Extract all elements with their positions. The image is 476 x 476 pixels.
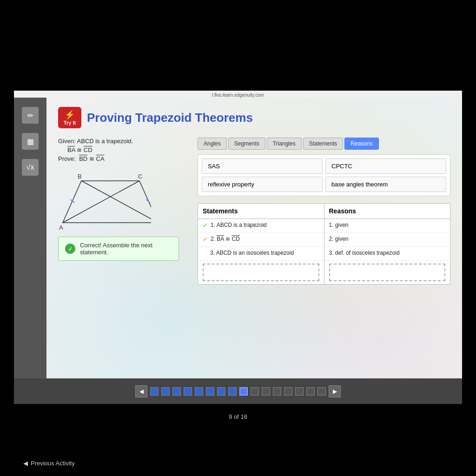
tile-reflexive[interactable]: reflexive property [202, 177, 323, 192]
prev-arrow-icon: ◀ [23, 460, 28, 467]
nav-dot-4[interactable] [184, 387, 192, 396]
sqrt-icon[interactable]: √x [22, 159, 39, 176]
proof-row-2-statement: ✓ 2. BA ≅ CD [198, 233, 324, 247]
prove-line: Prove: BD ≅ CA [58, 155, 188, 162]
nav-dot-7[interactable] [217, 387, 225, 396]
statement-3: 3. ABCD is an isosceles trapezoid [203, 250, 294, 256]
pencil-icon[interactable]: ✏ [22, 107, 39, 124]
page-title: Proving Trapezoid Theorems [87, 111, 253, 125]
svg-marker-0 [63, 181, 151, 223]
svg-text:B: B [78, 173, 82, 180]
tab-segments[interactable]: Segments [228, 138, 265, 150]
svg-text:A: A [59, 224, 63, 231]
nav-dot-9[interactable] [239, 387, 248, 396]
nav-dot-11[interactable] [262, 387, 270, 396]
tile-sas[interactable]: SAS [202, 159, 323, 174]
tab-statements[interactable]: Statements [303, 138, 344, 150]
nav-dot-15[interactable] [306, 387, 315, 396]
nav-dot-8[interactable] [228, 387, 237, 396]
svg-text:C: C [138, 173, 142, 180]
geometry-diagram: B C A D [58, 169, 151, 230]
nav-dot-2[interactable] [161, 387, 170, 396]
proof-row-1-reason: 1. given [324, 219, 450, 233]
try-it-badge: ⚡ Try It [58, 107, 81, 128]
sidebar: ✏ ▦ √x [14, 98, 46, 404]
proof-table: Statements ✓ 1. ABCD is a trapezoid ✓ 2.… [198, 203, 450, 284]
reason-3: 3. def. of isosceles trapezoid [329, 250, 400, 256]
nav-dot-6[interactable] [206, 387, 214, 396]
trapezoid-svg: B C A D [58, 169, 151, 234]
reason-1: 1. given [329, 222, 349, 228]
proof-row-3-reason: 3. def. of isosceles trapezoid [324, 247, 450, 261]
given-equation: BA ≅ CD [67, 146, 93, 153]
nav-dot-16[interactable] [317, 387, 326, 396]
proof-row-1-statement: ✓ 1. ABCD is a trapezoid [198, 219, 324, 233]
nav-dot-12[interactable] [273, 387, 281, 396]
given-eq-line: BA ≅ CD [58, 146, 188, 153]
given-line: Given: ABCD is a trapezoid. [58, 138, 188, 145]
nav-dot-5[interactable] [195, 387, 203, 396]
svg-line-3 [70, 199, 74, 203]
lightning-icon: ⚡ [65, 110, 75, 120]
proof-row-3-statement: 3. ABCD is an isosceles trapezoid [198, 247, 324, 261]
nav-dot-1[interactable] [150, 387, 159, 396]
tab-angles[interactable]: Angles [198, 138, 227, 150]
left-column: Given: ABCD is a trapezoid. BA ≅ CD Prov… [58, 138, 188, 284]
nav-dot-14[interactable] [295, 387, 304, 396]
tab-triangles[interactable]: Triangles [267, 138, 302, 150]
reason-2: 2. given [329, 236, 349, 242]
bottom-nav: ◀ ▶ [14, 378, 462, 404]
nav-prev-arrow[interactable]: ◀ [135, 385, 147, 397]
prove-equation: BD ≅ CA [79, 155, 104, 162]
answer-tiles: SAS CPCTC reflexive property base angles… [198, 154, 450, 196]
svg-line-1 [81, 181, 151, 223]
statement-drop-zone[interactable] [203, 264, 319, 281]
tabs-row: Angles Segments Triangles Statements Rea… [198, 138, 450, 150]
nav-next-arrow[interactable]: ▶ [329, 385, 341, 397]
prev-activity-label: Previous Activity [31, 460, 75, 467]
correct-banner-text: Correct! Assemble the next statement. [80, 242, 172, 256]
given-text: ABCD is a trapezoid. [77, 138, 133, 145]
tile-base-angles[interactable]: base angles theorem [325, 177, 446, 192]
statement-2: 2. BA ≅ CD [211, 236, 240, 242]
main-content: ⚡ Try It Proving Trapezoid Theorems Give… [46, 98, 462, 404]
reasons-column: Reasons 1. given 2. given 3. def. of iso… [324, 204, 450, 284]
page-header: ⚡ Try It Proving Trapezoid Theorems [58, 107, 450, 128]
tile-cpctc[interactable]: CPCTC [325, 159, 446, 174]
calculator-icon[interactable]: ▦ [22, 133, 39, 150]
nav-dot-10[interactable] [251, 387, 259, 396]
prev-activity-button[interactable]: ◀ Previous Activity [23, 460, 75, 467]
svg-line-2 [63, 181, 139, 223]
tab-reasons[interactable]: Reasons [344, 138, 378, 150]
check-1-icon: ✓ [203, 222, 208, 229]
try-it-label: Try It [64, 120, 76, 126]
statements-column: Statements ✓ 1. ABCD is a trapezoid ✓ 2.… [198, 204, 324, 284]
reason-drop-zone[interactable] [329, 264, 446, 281]
statements-header: Statements [198, 204, 324, 219]
right-column: Angles Segments Triangles Statements Rea… [198, 138, 450, 284]
correct-banner: ✓ Correct! Assemble the next statement. [58, 237, 179, 261]
nav-dot-13[interactable] [284, 387, 292, 396]
statement-1: 1. ABCD is a trapezoid [211, 222, 267, 228]
prove-label: Prove: [58, 155, 76, 162]
nav-dot-3[interactable] [172, 387, 181, 396]
reasons-header: Reasons [324, 204, 450, 219]
page-indicator: 9 of 16 [229, 413, 247, 420]
check-2-icon: ✓ [203, 236, 208, 243]
given-label: Given: [58, 138, 76, 145]
correct-checkmark-icon: ✓ [65, 244, 75, 254]
proof-row-2-reason: 2. given [324, 233, 450, 247]
url-text: l.flvs.learn.edgenuity.com [212, 93, 264, 98]
